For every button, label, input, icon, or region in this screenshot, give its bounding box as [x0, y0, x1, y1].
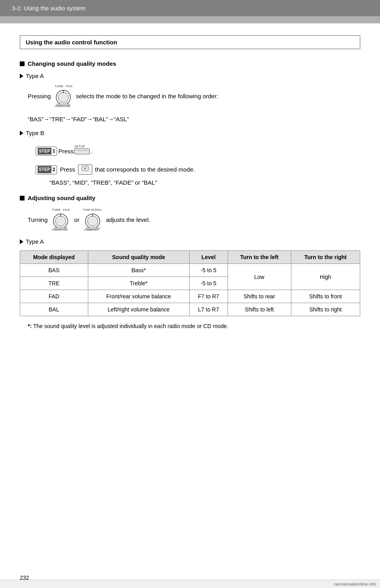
order-sequence: “BAS”→“TRE”→“FAD”→“BAL”→“ASL” — [28, 116, 129, 122]
turning-text2: or — [74, 216, 79, 223]
cell-level: F7 to R7 — [189, 290, 228, 303]
step1-word: STEP — [38, 148, 51, 155]
col-quality: Sound quality mode — [88, 251, 189, 264]
col-turn-left: Turn to the left — [228, 251, 291, 264]
svg-text:IO.CTRL: IO.CTRL — [61, 105, 71, 107]
step1-period: . — [91, 147, 93, 156]
step1-badge: STEP 1 — [36, 147, 57, 156]
cell-turn-left: Shifts to rear — [228, 290, 291, 303]
step2-text: Press — [60, 165, 75, 174]
cell-turn-right: High — [291, 264, 360, 290]
section-changing-sound: Changing sound quality modes Type A Pres… — [20, 60, 360, 187]
svg-point-21 — [87, 216, 98, 226]
button-icon — [78, 164, 92, 175]
triangle-icon-a2 — [20, 239, 23, 244]
type-a2-label: Type A — [20, 238, 360, 245]
section-adjusting-sound: Adjusting sound quality Turning TUNE · F… — [20, 195, 360, 330]
svg-text:IO.CTRL: IO.CTRL — [59, 229, 68, 231]
bottom-bar: carmanualsonline.info — [0, 580, 380, 588]
cell-level: -5 to 5 — [189, 277, 228, 290]
type-b-label: Type B — [20, 130, 360, 136]
step2-badge: STEP 2 — [36, 165, 57, 174]
col-level-text: Level — [201, 254, 216, 260]
svg-text:TUNE · FILE: TUNE · FILE — [55, 84, 72, 88]
table-row: FADFront/rear volume balanceF7 to R7Shif… — [20, 290, 360, 303]
section1-heading: Changing sound quality modes — [20, 60, 360, 67]
type-b-text: Type B — [26, 130, 44, 136]
table-header-row: Mode displayed Sound quality mode Level … — [20, 251, 360, 264]
cell-quality: Left/right volume balance — [88, 303, 189, 316]
header-title: 3-2. Using the audio system — [12, 5, 86, 11]
type-a2-text: Type A — [26, 238, 44, 245]
cell-level: L7 to R7 — [189, 303, 228, 316]
black-square-icon-2 — [20, 196, 25, 200]
footnote-star: *: — [28, 323, 33, 329]
cell-quality: Front/rear volume balance — [88, 290, 189, 303]
pressing-text2: selects the mode to be changed in the fo… — [76, 93, 218, 99]
cell-turn-right: Shifts to front — [291, 290, 360, 303]
type-b-section: STEP 1 Press SETUP . — [20, 143, 360, 187]
step1-num: 1 — [53, 147, 55, 155]
step2-modes-text: “BASS”, “MID”, “TREB”, “FADE” or “BAL” — [49, 179, 157, 186]
col-turn-right: Turn to the right — [291, 251, 360, 264]
svg-text:SELECT: SELECT — [89, 229, 99, 231]
gray-bar — [0, 16, 380, 23]
type-a-text: Type A — [26, 73, 44, 79]
audio-table: Mode displayed Sound quality mode Level … — [20, 250, 360, 316]
step2-num: 2 — [53, 166, 55, 174]
triangle-icon — [20, 74, 23, 78]
col-level: Level — [189, 251, 228, 264]
section2-heading: Adjusting sound quality — [20, 195, 360, 201]
step2-word: STEP — [38, 166, 51, 173]
cell-turn-left: Low — [228, 264, 291, 290]
cell-mode: BAS — [20, 264, 88, 277]
cell-quality: Bass* — [88, 264, 189, 277]
triangle-icon-b — [20, 131, 23, 136]
section-box: Using the audio control function — [20, 35, 360, 49]
section2-heading-text: Adjusting sound quality — [28, 195, 95, 201]
footnote: *: The sound quality level is adjusted i… — [20, 322, 360, 330]
cell-mode: BAL — [20, 303, 88, 316]
col-mode-text: Mode displayed — [33, 254, 75, 260]
svg-point-14 — [55, 216, 66, 226]
black-square-icon — [20, 61, 25, 66]
section-box-title: Using the audio control function — [26, 39, 117, 46]
svg-text:PUSH: PUSH — [52, 229, 59, 231]
cell-turn-left: Shifts to left — [228, 303, 291, 316]
cell-turn-right: Shifts to right — [291, 303, 360, 316]
step2-row: STEP 2 Press that corresponds to the des… — [28, 164, 360, 175]
footnote-text: The sound quality level is adjusted indi… — [33, 323, 228, 329]
col-quality-text: Sound quality mode — [112, 254, 165, 260]
knob-icon-2: TUNE · FILE PUSH IO.CTRL — [50, 207, 72, 233]
header-bar: 3-2. Using the audio system — [0, 0, 380, 16]
svg-rect-8 — [74, 149, 89, 154]
svg-text:PUSH: PUSH — [55, 105, 61, 107]
order-text: “BAS”→“TRE”→“FAD”→“BAL”→“ASL” — [28, 115, 360, 124]
col-turn-right-text: Turn to the right — [304, 254, 347, 260]
step2-text2: that corresponds to the desired mode. — [95, 165, 195, 174]
turning-text3: adjusts the level. — [106, 216, 150, 223]
turning-row: Turning TUNE · FILE PUSH IO.CTRL or — [20, 207, 360, 233]
pressing-text: Pressing — [28, 93, 51, 99]
step1-row: STEP 1 Press SETUP . — [28, 143, 360, 159]
knob-icon-3: TUNE·SCROLL PUSH SELECT — [82, 207, 104, 233]
setup-button-icon: SETUP — [74, 143, 91, 159]
cell-mode: TRE — [20, 277, 88, 290]
col-mode: Mode displayed — [20, 251, 88, 264]
cell-mode: FAD — [20, 290, 88, 303]
turning-text1: Turning — [28, 216, 48, 223]
main-content: Using the audio control function Changin… — [0, 23, 380, 347]
col-turn-left-text: Turn to the left — [240, 254, 279, 260]
watermark-text: carmanualsonline.info — [334, 582, 376, 586]
cell-level: -5 to 5 — [189, 264, 228, 277]
svg-text:TUNE · FILE: TUNE · FILE — [52, 208, 70, 212]
section1-heading-text: Changing sound quality modes — [28, 60, 116, 67]
knob-icon-1: TUNE · FILE PUSH IO.CTRL — [53, 83, 74, 111]
type-a-label: Type A — [20, 73, 360, 79]
pressing-para: Pressing TUNE · FILE PUSH IO.CTRL select… — [20, 83, 360, 111]
svg-point-11 — [84, 168, 86, 170]
step2-modes: “BASS”, “MID”, “TREB”, “FADE” or “BAL” — [28, 178, 360, 187]
svg-text:TUNE·SCROLL: TUNE·SCROLL — [83, 208, 102, 211]
cell-quality: Treble* — [88, 277, 189, 290]
svg-text:SETUP: SETUP — [74, 145, 85, 148]
